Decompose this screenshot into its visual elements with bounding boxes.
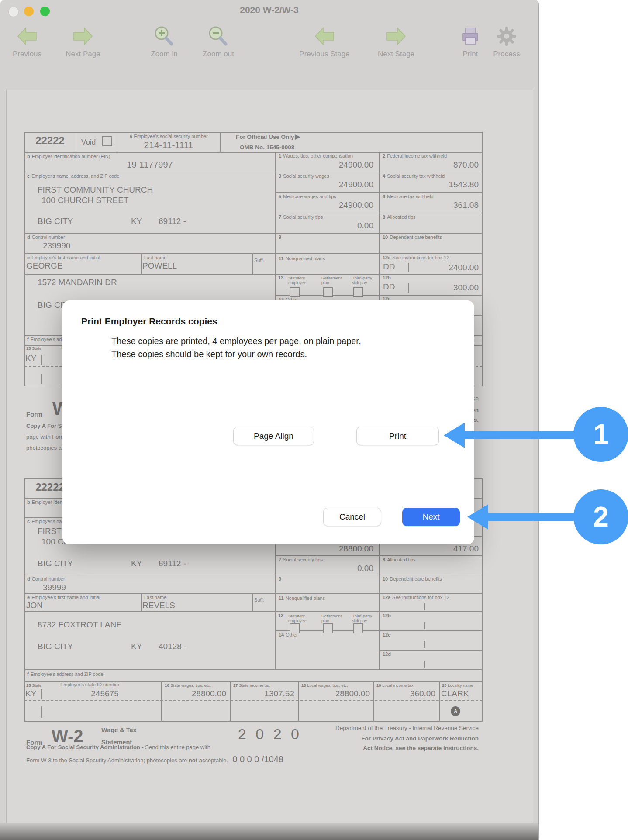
- box11-label: 11Nonqualified plans: [279, 256, 325, 261]
- box8-label: 8Allocated tips: [383, 214, 416, 220]
- cancel-button[interactable]: Cancel: [323, 508, 381, 526]
- toolbar-button-zoom-out[interactable]: Zoom out: [188, 24, 249, 59]
- sickpay-checkbox: [353, 623, 363, 633]
- box4-value: 1543.80: [384, 180, 479, 189]
- box17-value: 1307.52: [232, 689, 294, 699]
- employer-zip: 69112 -: [159, 559, 186, 568]
- box2-label: 2Federal income tax withheld: [383, 153, 447, 158]
- control-label: dControl number: [27, 234, 65, 240]
- box15-value: KY: [25, 689, 36, 699]
- privacy-line2: Act Notice, see the separate instruction…: [304, 745, 479, 751]
- screen: 2020 W-2/W-3 Previous Next Page Zoom in …: [0, 0, 628, 840]
- toolbar-button-previous-stage[interactable]: Previous Stage: [294, 24, 355, 59]
- last-name-label: Last name: [144, 255, 166, 260]
- arrow-right-icon: [71, 24, 95, 48]
- tax-year: 2 0 2 0: [238, 726, 302, 743]
- toolbar-label: Process: [493, 50, 520, 58]
- box13-statutory-label: Statutoryemployee: [288, 275, 306, 286]
- box11-label: 11Nonqualified plans: [279, 596, 325, 601]
- employer-name: FIRST COMMUNITY CHURCH: [38, 185, 153, 195]
- toolbar-button-process[interactable]: Process: [476, 24, 537, 59]
- annotation-step-1: 1: [573, 407, 628, 462]
- toolbar-button-zoom-in[interactable]: Zoom in: [134, 24, 195, 59]
- box12b-label: 12b: [383, 613, 393, 618]
- employee-state: KY: [131, 642, 142, 651]
- box18-value: 28800.00: [300, 689, 370, 699]
- box13-sickpay-label: Third-partysick pay: [352, 613, 372, 623]
- toolbar-label: Next Page: [66, 50, 100, 58]
- arrow-right-icon: [384, 24, 408, 48]
- toolbar-button-previous[interactable]: Previous: [0, 24, 58, 59]
- first-name-label: eEmployee's first name and initial: [27, 595, 100, 600]
- statutory-checkbox: [290, 287, 300, 297]
- state-id-value: 245675: [52, 689, 157, 699]
- magnifier-minus-icon: [207, 24, 230, 48]
- retirement-checkbox: [323, 287, 333, 297]
- box7-value: 0.00: [279, 564, 373, 573]
- employer-zip: 69112 -: [159, 217, 186, 226]
- next-button[interactable]: Next: [402, 508, 460, 526]
- toolbar-button-next-page[interactable]: Next Page: [52, 24, 114, 59]
- box10-label: 10Dependent care benefits: [383, 576, 442, 582]
- box12a-label: 12aSee instructions for box 12: [383, 595, 449, 600]
- locality-badge: A: [451, 706, 460, 716]
- employer-city: BIG CITY: [38, 217, 73, 226]
- void-checkbox: [102, 136, 112, 146]
- box15-value: KY: [25, 354, 36, 363]
- copy-a-line2: Form W-3 to the Social Security Administ…: [26, 754, 283, 764]
- print-button[interactable]: Print: [356, 427, 439, 445]
- arrow-left-icon: [15, 24, 39, 48]
- box7-label: 7Social security tips: [279, 557, 323, 562]
- toolbar-label: Zoom in: [151, 50, 177, 58]
- annotation-step-2: 2: [573, 489, 628, 544]
- box3-label: 3Social security wages: [279, 173, 329, 179]
- box13-retirement-label: Retirementplan: [321, 275, 342, 286]
- box6-label: 6Medicare tax withheld: [383, 194, 434, 199]
- first-name-value: JON: [26, 601, 43, 610]
- box12b-code: DD: [383, 282, 395, 292]
- box3-value: 24900.00: [279, 180, 373, 189]
- box8-label: 8Allocated tips: [383, 557, 416, 562]
- dialog-body-line1: These copies are printed, 4 employees pe…: [111, 336, 361, 346]
- ein-label: bEmployer identification number (EIN): [27, 154, 110, 159]
- box10-label: 10Dependent care benefits: [383, 234, 442, 240]
- box6-value: 361.08: [384, 200, 479, 210]
- box9-label: 9: [279, 576, 283, 582]
- employer-state: KY: [131, 217, 142, 226]
- employee-street: 1572 MANDARIN DR: [38, 278, 117, 287]
- box12a-value: 2400.00: [406, 263, 479, 272]
- box17-label: 17 State income tax: [233, 683, 270, 688]
- toolbar-button-next-stage[interactable]: Next Stage: [366, 24, 427, 59]
- sickpay-checkbox: [353, 287, 363, 297]
- first-name-label: eEmployee's first name and initial: [27, 255, 100, 260]
- form-word: Form: [26, 410, 43, 418]
- box5-value: 24900.00: [279, 200, 373, 210]
- ssn-label: aEmployee's social security number: [119, 134, 218, 139]
- copy-a-line: Copy A For Social Security Administratio…: [26, 744, 210, 750]
- box13-sickpay-label: Third-partysick pay: [352, 275, 372, 286]
- page-align-button[interactable]: Page Align: [233, 427, 314, 445]
- official-use-label: For Official Use Only▶: [236, 133, 300, 141]
- box6-value: 417.00: [384, 544, 479, 554]
- wage-tax-label: Wage & Tax: [101, 726, 137, 733]
- box4-label: 4Social security tax withheld: [383, 173, 445, 179]
- void-label: Void: [81, 138, 96, 147]
- box15-label: 15 State: [26, 683, 41, 688]
- form-code: 22222: [24, 134, 76, 147]
- box15-label: 15 State: [26, 346, 41, 351]
- box7-label: 7Social security tips: [279, 214, 323, 220]
- magnifier-plus-icon: [152, 24, 176, 48]
- employer-label: cEmployer's name, address, and ZIP code: [27, 173, 119, 179]
- box19-value: 360.00: [376, 689, 435, 699]
- omb-label: OMB No. 1545-0008: [240, 144, 294, 151]
- box1-value: 24900.00: [279, 160, 373, 170]
- annotation-arrow-1-shaft: [464, 431, 581, 439]
- window-title: 2020 W-2/W-3: [0, 5, 538, 15]
- box12c-label: 12c: [383, 632, 392, 637]
- employee-address-label: fEmployee's address and ZIP code: [27, 671, 104, 677]
- box12b-value: 300.00: [406, 283, 479, 293]
- box5-label: 5Medicare wages and tips: [279, 194, 336, 199]
- box13-label: 13: [278, 613, 283, 619]
- box7-value: 0.00: [279, 221, 373, 231]
- box9-label: 9: [279, 234, 283, 240]
